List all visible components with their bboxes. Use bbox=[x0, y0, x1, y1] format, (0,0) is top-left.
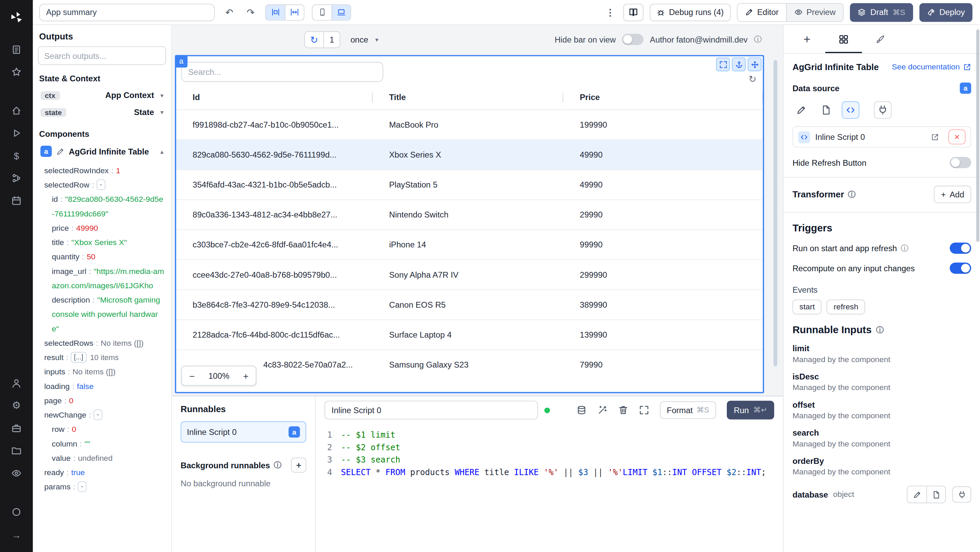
table-row[interactable]: 2128adca-7fc6-44bd-800c-dc115df6ac...Sur… bbox=[176, 320, 763, 350]
template-database-button[interactable] bbox=[926, 486, 945, 503]
expand-component-button[interactable] bbox=[716, 57, 730, 71]
desktop-view-button[interactable] bbox=[331, 5, 350, 20]
briefcase-icon[interactable] bbox=[6, 419, 27, 437]
pencil-icon[interactable] bbox=[56, 147, 64, 156]
runnable-item[interactable]: Inline Script 0 a bbox=[181, 421, 306, 442]
see-documentation-link[interactable]: See documentation bbox=[892, 63, 971, 72]
hide-refresh-toggle[interactable] bbox=[950, 157, 971, 168]
output-tree-row[interactable]: row:0 bbox=[38, 423, 166, 437]
debug-runs-button[interactable]: Debug runs (4) bbox=[650, 3, 730, 21]
table-row[interactable]: b3e864c8-7fe3-4270-89e9-54c12038...Canon… bbox=[176, 289, 763, 319]
canvas[interactable]: a ↻ IdTitlePrice f991898d-cb27-4ac7-b10c… bbox=[172, 54, 783, 396]
star-icon[interactable] bbox=[6, 63, 27, 81]
output-tree-row[interactable]: selectedRowIndex:1 bbox=[38, 164, 166, 178]
ctx-row[interactable]: ctx App Context ▾ bbox=[38, 87, 166, 104]
run-on-start-toggle[interactable] bbox=[950, 243, 971, 254]
connect-mode-button[interactable] bbox=[874, 102, 891, 119]
script-name-input[interactable] bbox=[325, 401, 538, 419]
output-tree-row[interactable]: title:"Xbox Series X" bbox=[38, 236, 166, 250]
output-tree-row[interactable]: ready:true bbox=[38, 466, 166, 480]
output-tree-row[interactable]: inputs:No items ([]) bbox=[38, 365, 166, 379]
collapse-arrow-icon[interactable]: → bbox=[6, 525, 27, 544]
output-tree-row[interactable]: column:"" bbox=[38, 437, 166, 451]
output-tree-row[interactable]: loading:false bbox=[38, 379, 166, 394]
table-row[interactable]: 89c0a336-1343-4812-ac34-e4bb8e27...Ninte… bbox=[176, 199, 763, 229]
code-editor[interactable]: 1-- $1 limit2-- $2 offset3-- $3 search4S… bbox=[316, 424, 783, 552]
editor-tab[interactable]: Editor bbox=[738, 3, 786, 21]
kebab-menu-icon[interactable]: ⋮ bbox=[603, 5, 617, 19]
output-tree-row[interactable]: page:0 bbox=[38, 394, 166, 408]
table-row[interactable]: f991898d-cb27-4ac7-b10c-0b9050ce1...MacB… bbox=[176, 109, 763, 139]
add-transformer-button[interactable]: + Add bbox=[934, 186, 971, 203]
zoom-out-button[interactable]: − bbox=[182, 370, 202, 381]
resources-icon[interactable] bbox=[6, 169, 27, 188]
aggrid-component[interactable]: a ↻ IdTitlePrice f991898d-cb27-4ac7-b10c… bbox=[175, 55, 764, 393]
docs-button[interactable] bbox=[624, 3, 643, 21]
component-refresh-icon[interactable]: ↻ bbox=[749, 74, 756, 84]
windmill-logo[interactable] bbox=[6, 8, 27, 27]
styling-tab[interactable] bbox=[862, 25, 899, 53]
component-settings-tab[interactable] bbox=[825, 25, 862, 53]
eye-icon[interactable] bbox=[6, 464, 27, 483]
search-outputs-input[interactable] bbox=[38, 46, 166, 65]
user-icon[interactable] bbox=[6, 374, 27, 392]
home-icon[interactable] bbox=[6, 102, 27, 120]
event-chip-start[interactable]: start bbox=[792, 299, 822, 315]
insert-component-tab[interactable]: + bbox=[789, 25, 826, 53]
output-tree-row[interactable]: params:- bbox=[38, 480, 166, 495]
output-tree-row[interactable]: image_url:"https://m.media-amazon.com/im… bbox=[38, 264, 166, 293]
code-mode-button[interactable] bbox=[842, 102, 859, 119]
output-tree-row[interactable]: description:"Microsoft gaming console wi… bbox=[38, 293, 166, 337]
table-column-header[interactable]: Price bbox=[563, 86, 763, 110]
output-tree-row[interactable]: quantity:50 bbox=[38, 250, 166, 264]
connect-database-button[interactable] bbox=[952, 486, 971, 503]
refresh-icon[interactable]: ↻ bbox=[305, 32, 323, 47]
table-row[interactable]: 829ca080-5630-4562-9d5e-7611199d...Xbox … bbox=[176, 140, 763, 169]
state-row[interactable]: state State ▾ bbox=[38, 104, 166, 121]
output-tree-row[interactable]: selectedRow:- bbox=[38, 178, 166, 192]
table-row[interactable]: ccee43dc-27e0-40a8-b768-b09579b0...Sony … bbox=[176, 259, 763, 289]
deploy-button[interactable]: Deploy bbox=[919, 3, 972, 21]
format-button[interactable]: Format ⌘S bbox=[660, 401, 716, 418]
output-tree-row[interactable]: price:49990 bbox=[38, 221, 166, 235]
help-circle-icon[interactable] bbox=[6, 503, 27, 521]
table-column-header[interactable]: Title bbox=[372, 86, 563, 110]
edit-database-button[interactable] bbox=[907, 486, 927, 503]
component-outputs-row[interactable]: a AgGrid Infinite Table ▴ bbox=[38, 143, 166, 160]
grid-search-input[interactable] bbox=[181, 62, 383, 82]
recompute-toggle[interactable] bbox=[950, 262, 971, 274]
mobile-view-button[interactable] bbox=[313, 5, 332, 20]
table-row[interactable]: 4c83-8022-5e70a07a2...Samsung Galaxy S23… bbox=[176, 350, 763, 379]
template-mode-button[interactable] bbox=[817, 102, 835, 119]
settings-scrollbar[interactable] bbox=[976, 29, 979, 242]
component-tag[interactable]: a bbox=[175, 55, 188, 68]
dollar-icon[interactable]: $ bbox=[6, 146, 27, 165]
open-script-icon[interactable] bbox=[931, 133, 939, 141]
calendar-icon[interactable] bbox=[6, 191, 27, 210]
undo-button[interactable]: ↶ bbox=[222, 5, 236, 19]
expand-icon[interactable] bbox=[639, 405, 649, 415]
preview-tab[interactable]: Preview bbox=[786, 3, 843, 21]
draft-button[interactable]: Draft ⌘S bbox=[850, 3, 913, 21]
linked-script-row[interactable]: Inline Script 0 × bbox=[792, 126, 971, 147]
ai-wand-icon[interactable] bbox=[597, 405, 608, 415]
output-tree-row[interactable]: result:[...]10 items bbox=[38, 351, 166, 365]
app-summary-input[interactable] bbox=[39, 3, 215, 21]
table-column-header[interactable]: Id bbox=[176, 86, 372, 110]
full-width-button[interactable] bbox=[285, 5, 304, 20]
database-icon[interactable] bbox=[576, 405, 587, 415]
run-button[interactable]: Run ⌘↵ bbox=[727, 401, 774, 419]
play-icon[interactable] bbox=[6, 124, 27, 143]
table-row[interactable]: c303bce7-cb2e-42c6-8fdf-6aa01fc4e4...iPh… bbox=[176, 229, 763, 259]
fixed-width-button[interactable] bbox=[266, 5, 285, 20]
clipboard-icon[interactable] bbox=[6, 40, 27, 59]
folder-icon[interactable] bbox=[6, 441, 27, 460]
table-row[interactable]: 354f6afd-43ac-4321-b1bc-0b5e5adcb...Play… bbox=[176, 169, 763, 199]
output-tree-row[interactable]: selectedRows:No items ([]) bbox=[38, 336, 166, 350]
hide-bar-toggle[interactable] bbox=[622, 34, 643, 45]
output-tree-row[interactable]: id:"829ca080-5630-4562-9d5e-7611199dc669… bbox=[38, 192, 166, 221]
interval-select[interactable]: once ▾ bbox=[350, 35, 379, 44]
anchor-component-button[interactable] bbox=[732, 57, 746, 71]
zoom-in-button[interactable]: + bbox=[236, 370, 256, 381]
trash-icon[interactable] bbox=[618, 405, 628, 415]
